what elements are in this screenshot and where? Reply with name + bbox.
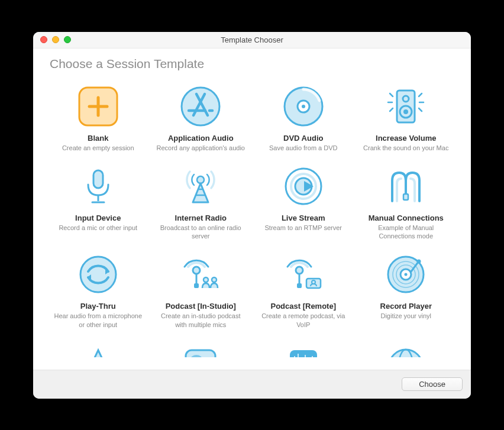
- template-title: Podcast [In-Studio]: [166, 302, 236, 311]
- svg-rect-51: [290, 350, 317, 357]
- svg-point-32: [193, 267, 200, 274]
- svg-rect-39: [297, 283, 302, 288]
- template-chooser-window: Template Chooser Choose a Session Templa…: [33, 32, 471, 399]
- svg-point-31: [80, 257, 116, 292]
- svg-rect-21: [93, 170, 103, 188]
- template-increase-volume[interactable]: Increase Volume Crank the sound on your …: [358, 83, 455, 154]
- template-scroll-area[interactable]: Blank Create an empty session: [33, 77, 471, 370]
- template-dvd-audio[interactable]: DVD Audio Save audio from a DVD: [255, 83, 352, 154]
- template-desc: Create an in-studio podcast with multipl…: [155, 312, 247, 329]
- svg-point-37: [296, 267, 303, 274]
- template-desc: Create an empty session: [62, 144, 134, 152]
- disc-icon: [282, 85, 325, 128]
- template-title: DVD Audio: [283, 134, 323, 143]
- template-title: Internet Radio: [175, 214, 227, 222]
- template-desc: Broadcast to an online radio server: [155, 224, 247, 241]
- template-podcast-remote[interactable]: Podcast [Remote] Create a remote podcast…: [255, 251, 352, 331]
- template-title: Record Player: [380, 302, 432, 311]
- footer: Choose: [33, 370, 471, 399]
- globe-icon: [385, 342, 427, 357]
- template-title: Live Stream: [282, 214, 325, 222]
- template-desc: Create a remote podcast, via VoIP: [257, 312, 350, 329]
- svg-point-14: [403, 109, 408, 114]
- close-button[interactable]: [40, 36, 47, 43]
- speaker-icon: [385, 85, 427, 128]
- template-desc: Stream to an RTMP server: [265, 224, 342, 232]
- minimize-button[interactable]: [52, 36, 59, 43]
- podcast-remote-icon: [282, 253, 325, 296]
- template-partial-1[interactable]: [50, 340, 147, 366]
- template-partial-3[interactable]: [255, 340, 352, 366]
- template-grid: Blank Create an empty session: [50, 83, 454, 366]
- partial-icon: [282, 342, 325, 357]
- template-title: Play-Thru: [80, 302, 116, 311]
- podcast-studio-icon: [179, 253, 222, 296]
- template-desc: Crank the sound on your Mac: [363, 144, 448, 152]
- template-internet-radio[interactable]: Internet Radio Broadcast to an online ra…: [153, 163, 250, 243]
- template-desc: Hear audio from a microphone or other in…: [52, 312, 144, 329]
- template-partial-2[interactable]: [153, 340, 250, 366]
- template-record-player[interactable]: Record Player Digitize your vinyl: [358, 251, 455, 331]
- template-manual-connections[interactable]: Manual Connections Example of Manual Con…: [358, 163, 455, 243]
- template-live-stream[interactable]: Live Stream Stream to an RTMP server: [255, 163, 352, 243]
- choose-button[interactable]: Choose: [402, 377, 463, 391]
- template-input-device[interactable]: Input Device Record a mic or other input: [50, 163, 147, 243]
- page-title: Choose a Session Template: [33, 49, 471, 77]
- template-title: Increase Volume: [376, 134, 436, 143]
- svg-rect-30: [403, 194, 408, 200]
- radio-tower-icon: [179, 165, 222, 208]
- template-application-audio[interactable]: Application Audio Record any application…: [153, 83, 250, 154]
- partial-icon: [179, 342, 222, 357]
- partial-icon: [77, 342, 119, 357]
- template-desc: Record a mic or other input: [59, 224, 137, 232]
- svg-point-46: [405, 273, 408, 276]
- template-desc: Digitize your vinyl: [380, 312, 431, 320]
- maximize-button[interactable]: [64, 36, 71, 43]
- svg-rect-49: [186, 350, 215, 357]
- svg-point-10: [302, 105, 305, 108]
- svg-point-24: [197, 176, 204, 183]
- blank-icon: [77, 85, 119, 128]
- template-title: Input Device: [75, 214, 121, 222]
- svg-line-17: [390, 108, 393, 111]
- template-desc: Example of Manual Connections mode: [360, 224, 453, 241]
- template-title: Application Audio: [168, 134, 234, 143]
- svg-line-20: [419, 108, 422, 111]
- traffic-lights: [40, 36, 71, 43]
- svg-point-48: [417, 260, 421, 264]
- manual-icon: [385, 165, 427, 208]
- vinyl-icon: [385, 253, 427, 296]
- template-podcast-in-studio[interactable]: Podcast [In-Studio] Create an in-studio …: [153, 251, 250, 331]
- play-thru-icon: [77, 253, 119, 296]
- svg-point-58: [389, 350, 422, 357]
- titlebar: Template Chooser: [33, 32, 471, 49]
- svg-point-3: [182, 88, 219, 125]
- template-title: Manual Connections: [369, 214, 444, 222]
- template-title: Blank: [88, 134, 108, 143]
- template-partial-4[interactable]: [358, 340, 455, 366]
- app-store-icon: [179, 85, 222, 128]
- stream-icon: [282, 165, 325, 208]
- template-play-thru[interactable]: Play-Thru Hear audio from a microphone o…: [50, 251, 147, 331]
- svg-line-18: [419, 93, 422, 96]
- template-desc: Save audio from a DVD: [269, 144, 338, 152]
- svg-rect-34: [194, 283, 199, 288]
- template-desc: Record any application's audio: [157, 144, 245, 152]
- microphone-icon: [77, 165, 119, 208]
- svg-line-15: [390, 93, 393, 96]
- svg-point-36: [212, 277, 217, 282]
- template-title: Podcast [Remote]: [270, 302, 336, 311]
- svg-point-35: [203, 277, 208, 282]
- template-blank[interactable]: Blank Create an empty session: [50, 83, 147, 154]
- window-title: Template Chooser: [33, 35, 471, 44]
